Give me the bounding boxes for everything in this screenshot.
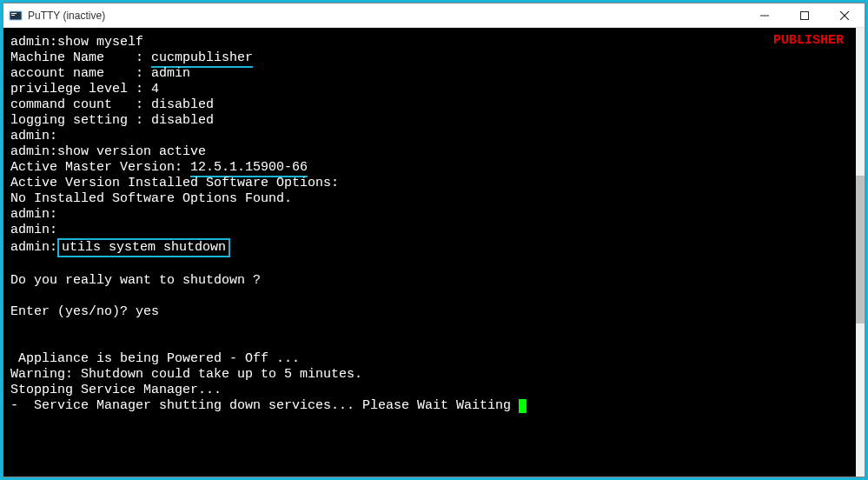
line: Enter (yes/no)? yes (10, 304, 159, 319)
cursor (519, 399, 527, 413)
line: admin: (10, 223, 57, 237)
putty-window: PuTTY (inactive) PUBLISHER admin:show my… (3, 3, 865, 477)
maximize-button[interactable] (785, 3, 825, 28)
line: logging setting : disabled (10, 113, 214, 128)
active-master-version: 12.5.1.15900-66 (190, 160, 308, 177)
svg-rect-4 (801, 11, 809, 19)
line: Warning: Shutdown could take up to 5 min… (10, 367, 362, 382)
line: Active Master Version: 12.5.1.15900-66 (10, 160, 308, 177)
titlebar[interactable]: PuTTY (inactive) (3, 3, 865, 28)
terminal-output[interactable]: admin:show myself Machine Name : cucmpub… (3, 28, 856, 477)
svg-rect-2 (11, 15, 15, 16)
line: admin: (10, 207, 57, 222)
minimize-button[interactable] (745, 3, 785, 28)
close-button[interactable] (825, 3, 865, 28)
scrollbar-thumb[interactable] (856, 176, 865, 323)
machine-name-value: cucmpublisher (151, 50, 253, 68)
line: admin:show version active (10, 144, 206, 159)
line: Appliance is being Powered - Off ... (10, 351, 300, 366)
line: Machine Name : cucmpublisher (10, 50, 253, 68)
terminal-area: PUBLISHER admin:show myself Machine Name… (3, 28, 865, 477)
putty-icon (9, 9, 23, 23)
window-title: PuTTY (inactive) (28, 10, 105, 22)
shutdown-command: utils system shutdown (57, 238, 230, 257)
scrollbar[interactable] (856, 28, 865, 477)
line: account name : admin (10, 66, 190, 81)
line: Stopping Service Manager... (10, 383, 222, 397)
line: Active Version Installed Software Option… (10, 176, 339, 190)
line: command count : disabled (10, 97, 214, 112)
line: Do you really want to shutdown ? (10, 273, 261, 288)
line: admin:show myself (10, 35, 143, 50)
line: admin:utils system shutdown (10, 240, 230, 255)
svg-rect-1 (11, 13, 17, 14)
line: privilege level : 4 (10, 82, 159, 97)
line: No Installed Software Options Found. (10, 191, 292, 206)
line: admin: (10, 129, 57, 143)
line: - Service Manager shutting down services… (10, 398, 527, 413)
